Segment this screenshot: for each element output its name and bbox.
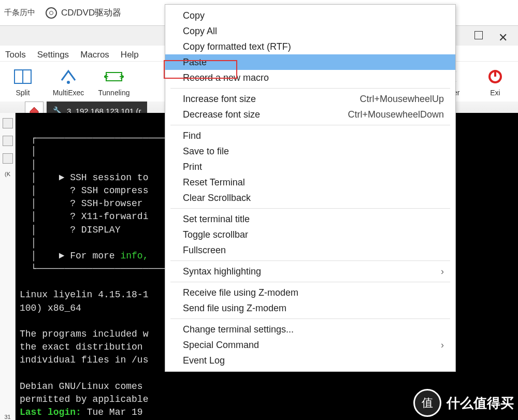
- t-line: └────────────────────────: [20, 264, 171, 274]
- t-line: │: [20, 238, 36, 248]
- menu-separator: [170, 125, 450, 125]
- t-line: ┌────────────────────────: [20, 133, 171, 143]
- menu-inc-font[interactable]: Increase font sizeCtrl+MousewheelUp: [165, 91, 455, 107]
- watermark: 值 什么值得买: [413, 389, 514, 417]
- t-line: │: [20, 160, 36, 170]
- tool-tunneling-label: Tunneling: [98, 89, 130, 97]
- cd-dvd-label: CD/DVD驱动器: [61, 7, 121, 19]
- split-icon: [13, 67, 33, 86]
- menu-separator: [170, 208, 450, 209]
- close-icon[interactable]: ✕: [498, 31, 508, 45]
- menu-fullscreen[interactable]: Fullscreen: [165, 242, 455, 258]
- watermark-badge: 值: [413, 389, 441, 417]
- svg-rect-3: [106, 73, 122, 81]
- t-blank: [20, 368, 25, 379]
- tool-tunneling[interactable]: Tunneling: [96, 67, 132, 97]
- menu-copy-rtf[interactable]: Copy formatted text (RTF): [165, 39, 455, 54]
- gutter-tile-2[interactable]: [3, 136, 13, 146]
- t-line: │ ? DISPLAY: [20, 225, 120, 235]
- menu-special-command[interactable]: Special Command›: [165, 337, 455, 353]
- menu-clear-scrollback[interactable]: Clear Scrollback: [165, 190, 455, 206]
- t-line: │ ? SSH-browser: [20, 198, 148, 209]
- tunneling-icon: [104, 67, 124, 86]
- menu-dec-font[interactable]: Decrease font sizeCtrl+MousewheelDown: [165, 107, 455, 122]
- multiexec-icon: [59, 67, 78, 86]
- context-menu: Copy Copy All Copy formatted text (RTF) …: [165, 4, 456, 372]
- gutter-tile-3[interactable]: [3, 153, 13, 164]
- menu-save-file[interactable]: Save to file: [165, 143, 455, 159]
- menu-copy[interactable]: Copy: [165, 8, 455, 23]
- history-label: 千条历中: [4, 8, 35, 18]
- t-line: 100) x86_64: [20, 303, 81, 313]
- menu-receive-zmodem[interactable]: Receive file using Z-modem: [165, 285, 455, 300]
- menu-tools[interactable]: Tools: [5, 50, 26, 60]
- gutter-k: (K: [5, 171, 10, 177]
- svg-point-2: [67, 81, 70, 84]
- gutter-31: 31: [4, 414, 10, 420]
- t-line: individual files in /us: [20, 355, 148, 365]
- t-line: │ ? SSH compress: [20, 185, 148, 196]
- menu-syntax-highlighting[interactable]: Syntax highlighting›: [165, 264, 455, 279]
- menu-send-zmodem[interactable]: Send file using Z-modem: [165, 300, 455, 316]
- power-icon: [485, 67, 505, 86]
- chevron-right-icon: ›: [441, 266, 444, 277]
- tool-split-label: Split: [16, 89, 30, 97]
- watermark-text: 什么值得买: [447, 394, 514, 412]
- menu-separator: [170, 260, 450, 261]
- t-line: permitted by applicable: [20, 394, 148, 404]
- menu-help[interactable]: Help: [121, 50, 139, 60]
- menu-settings[interactable]: Settings: [37, 50, 69, 60]
- t-line: Debian GNU/Linux comes: [20, 381, 148, 392]
- menu-paste[interactable]: Paste: [165, 54, 455, 70]
- window-controls: ✕: [474, 31, 508, 45]
- side-gutter: (K 31: [0, 113, 16, 420]
- menu-toggle-scrollbar[interactable]: Toggle scrollbar: [165, 227, 455, 242]
- menu-event-log[interactable]: Event Log: [165, 353, 455, 368]
- disc-icon: [46, 7, 57, 19]
- menu-set-title[interactable]: Set terminal title: [165, 211, 455, 227]
- t-blank: [20, 277, 25, 287]
- tool-split[interactable]: Split: [5, 67, 40, 97]
- tool-exit-label: Exi: [490, 89, 500, 97]
- menu-separator: [170, 282, 450, 282]
- menu-copy-all[interactable]: Copy All: [165, 23, 455, 39]
- gutter-tile-1[interactable]: [3, 118, 13, 128]
- menu-separator: [170, 88, 450, 89]
- t-line: the exact distribution: [20, 342, 148, 352]
- tool-exit[interactable]: Exi: [478, 67, 513, 97]
- tool-multiexec[interactable]: MultiExec: [51, 67, 86, 97]
- menu-change-terminal-settings[interactable]: Change terminal settings...: [165, 322, 455, 337]
- t-line: │ ► For more info,: [20, 251, 148, 261]
- chevron-right-icon: ›: [441, 340, 444, 351]
- t-line: │ ? X11-forwardi: [20, 211, 148, 222]
- maximize-icon[interactable]: [474, 31, 483, 39]
- menu-reset-terminal[interactable]: Reset Terminal: [165, 175, 455, 190]
- menu-separator: [170, 318, 450, 319]
- t-blank: [20, 316, 25, 326]
- cd-dvd-drive[interactable]: CD/DVD驱动器: [46, 7, 121, 19]
- menu-print[interactable]: Print: [165, 159, 455, 175]
- t-line: │ ► SSH session to: [20, 172, 148, 183]
- tool-multiexec-label: MultiExec: [53, 89, 84, 97]
- menu-macros[interactable]: Macros: [80, 50, 109, 60]
- menu-record-macro[interactable]: Record a new macro: [165, 70, 455, 85]
- t-line: Last login: Tue Mar 19: [20, 407, 148, 417]
- menu-find[interactable]: Find: [165, 128, 455, 143]
